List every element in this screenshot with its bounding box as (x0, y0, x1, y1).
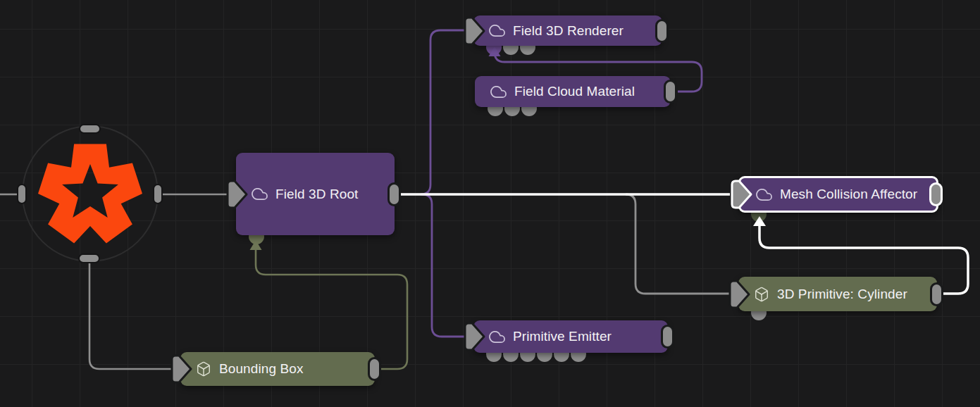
output-port[interactable] (930, 282, 943, 306)
input-port-chevron[interactable] (727, 278, 751, 311)
input-port-chevron[interactable] (225, 178, 249, 211)
node-label: Primitive Emitter (513, 329, 612, 344)
wire-boundingbox-to-root[interactable] (256, 249, 407, 369)
wire-root-to-renderer[interactable] (421, 30, 464, 194)
cloud-icon (756, 187, 772, 203)
cloud-icon (489, 23, 505, 39)
node-bounding-box[interactable]: Bounding Box (180, 352, 375, 386)
node-field-3d-root[interactable]: Field 3D Root (236, 153, 395, 235)
cube-icon (196, 361, 211, 377)
origin-left-port[interactable] (17, 184, 27, 204)
wire-origin-to-boundingbox[interactable] (89, 263, 172, 369)
node-3d-primitive-cylinder[interactable]: 3D Primitive: Cylinder (738, 277, 937, 311)
wire-root-to-emitter[interactable] (422, 194, 464, 337)
output-port[interactable] (655, 19, 669, 43)
input-port-chevron[interactable] (462, 320, 486, 353)
output-port[interactable] (929, 182, 943, 206)
node-label: Bounding Box (219, 361, 304, 377)
cloud-icon (489, 329, 505, 345)
origin-node-ring (23, 126, 158, 261)
node-canvas[interactable]: Field 3D Renderer Field Cloud Material F… (0, 0, 980, 407)
node-field-cloud-material[interactable]: Field Cloud Material (475, 76, 671, 107)
input-port-chevron[interactable] (169, 353, 193, 385)
cloud-icon (490, 84, 507, 100)
node-primitive-emitter[interactable]: Primitive Emitter (473, 320, 668, 353)
output-port[interactable] (664, 80, 677, 104)
input-port-chevron[interactable] (462, 15, 486, 47)
node-label: Field 3D Renderer (513, 23, 624, 39)
output-port[interactable] (368, 357, 381, 381)
node-label: Mesh Collision Affector (780, 187, 917, 202)
input-port-chevron[interactable] (729, 178, 753, 211)
origin-right-port[interactable] (153, 184, 163, 204)
node-label: Field 3D Root (275, 187, 358, 202)
origin-top-port[interactable] (79, 124, 101, 134)
cube-icon (754, 287, 769, 302)
cloud-icon (252, 186, 268, 202)
output-port[interactable] (387, 182, 401, 206)
wire-root-to-cylinder[interactable] (626, 194, 730, 294)
node-label: 3D Primitive: Cylinder (777, 287, 907, 302)
output-port[interactable] (661, 325, 674, 349)
node-mesh-collision-affector[interactable]: Mesh Collision Affector (738, 176, 938, 213)
star-logo-icon[interactable] (38, 144, 142, 244)
node-label: Field Cloud Material (514, 84, 635, 99)
origin-bottom-port[interactable] (78, 253, 100, 263)
node-field-3d-renderer[interactable]: Field 3D Renderer (473, 15, 662, 46)
